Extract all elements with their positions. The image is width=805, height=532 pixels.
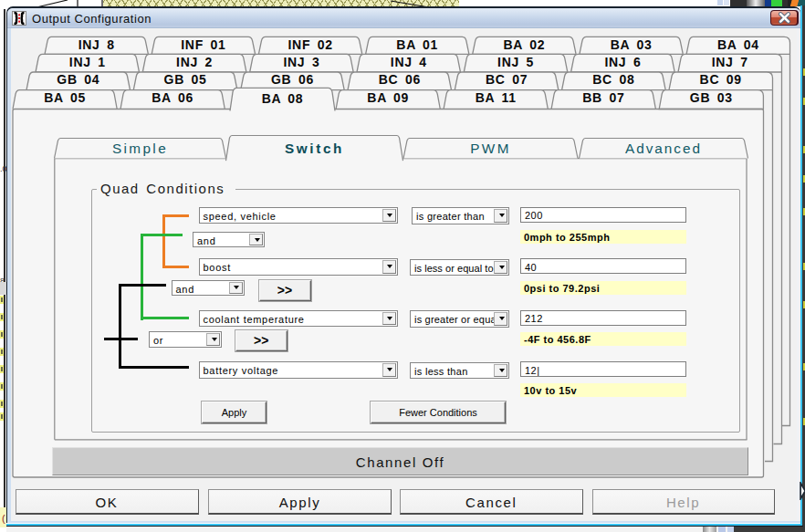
svg-text:BC 07: BC 07 [486,72,528,87]
svg-text:Advanced: Advanced [625,141,702,156]
svg-text:PWM: PWM [470,141,511,156]
svg-text:GB 06: GB 06 [271,72,314,87]
svg-text:BA 08: BA 08 [262,91,304,106]
svg-text:INJ 7: INJ 7 [712,55,748,69]
svg-text:INJ 1: INJ 1 [69,55,106,69]
svg-text:BA 01: BA 01 [396,37,438,52]
svg-text:GB 04: GB 04 [57,72,99,87]
svg-text:BA 05: BA 05 [44,90,86,105]
svg-text:Switch: Switch [285,141,344,156]
svg-text:BC 06: BC 06 [379,72,421,87]
svg-text:BA 06: BA 06 [152,90,193,105]
svg-text:INJ 3: INJ 3 [283,55,319,69]
svg-text:BA 03: BA 03 [611,37,653,52]
svg-text:BA 04: BA 04 [717,37,759,52]
svg-text:BC 08: BC 08 [592,72,634,87]
svg-text:GB 03: GB 03 [690,90,733,105]
svg-text:Simple: Simple [112,141,168,156]
svg-text:INF 01: INF 01 [181,37,225,52]
svg-text:INJ 8: INJ 8 [78,37,115,52]
svg-text:BB 07: BB 07 [582,90,624,105]
svg-text:BA 02: BA 02 [504,37,546,52]
svg-text:INJ 6: INJ 6 [604,55,641,69]
svg-text:INJ 4: INJ 4 [391,55,427,69]
svg-text:INJ 5: INJ 5 [497,55,534,69]
svg-text:INJ 2: INJ 2 [176,55,213,69]
svg-text:BA 11: BA 11 [476,90,517,105]
svg-text:GB 05: GB 05 [164,72,207,87]
svg-text:BC 09: BC 09 [700,72,742,87]
svg-text:BA 09: BA 09 [367,90,409,105]
svg-text:INF 02: INF 02 [288,37,332,52]
